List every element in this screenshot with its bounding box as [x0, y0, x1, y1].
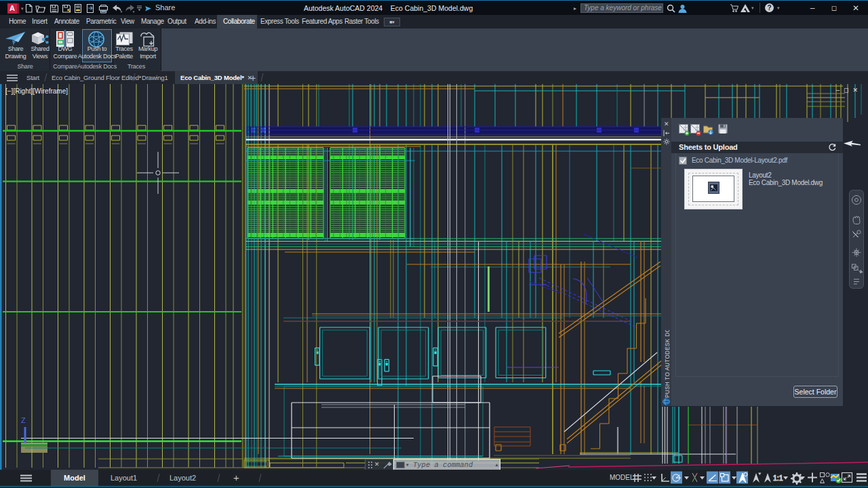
svg-text:PUSH TO AUTODESK DOCS: PUSH TO AUTODESK DOCS — [665, 330, 671, 398]
svg-text:Z: Z — [21, 416, 26, 424]
svg-text:1:1: 1:1 — [773, 474, 783, 482]
